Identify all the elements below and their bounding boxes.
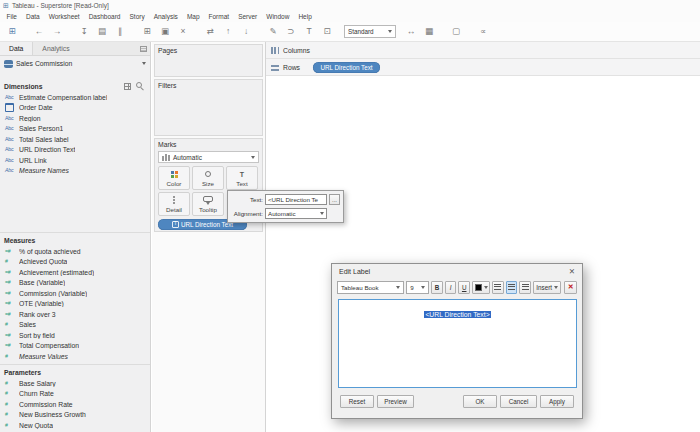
- menu-item[interactable]: Dashboard: [84, 13, 125, 20]
- menu-item[interactable]: Format: [204, 13, 234, 20]
- new-worksheet-icon[interactable]: ⊞: [140, 27, 154, 36]
- field-row[interactable]: # New Business Growth: [0, 410, 150, 421]
- pane-menu-icon[interactable]: [140, 46, 147, 52]
- pages-shelf[interactable]: Pages: [154, 44, 263, 77]
- sort-ascending-icon[interactable]: ↑: [221, 27, 235, 36]
- field-row[interactable]: =# Sort by field: [0, 330, 150, 341]
- datasource-item[interactable]: Sales Commission: [0, 56, 150, 71]
- group-members-icon[interactable]: ⊃: [284, 27, 298, 36]
- field-row[interactable]: # Churn Rate: [0, 389, 150, 400]
- duplicate-sheet-icon[interactable]: ▣: [158, 27, 172, 36]
- mark-button[interactable]: Text: [226, 166, 258, 190]
- field-row[interactable]: Abc Estimate Compensation label: [0, 92, 150, 103]
- presentation-mode-icon[interactable]: ▢: [449, 27, 463, 36]
- field-row[interactable]: Order Date: [0, 103, 150, 114]
- menu-item[interactable]: Worksheet: [44, 13, 84, 20]
- mark-button[interactable]: Size: [192, 166, 224, 190]
- align-left-button[interactable]: [492, 281, 504, 294]
- field-row[interactable]: # Base Salary: [0, 378, 150, 389]
- clear-formatting-button[interactable]: ✕: [564, 281, 576, 294]
- tableau-logo-icon[interactable]: ⊞: [5, 27, 19, 36]
- undo-icon[interactable]: ←: [32, 27, 46, 36]
- field-row[interactable]: # Measure Values: [0, 351, 150, 362]
- pause-updates-icon[interactable]: ∥: [113, 27, 127, 36]
- alignment-select[interactable]: Automatic: [265, 208, 327, 219]
- preview-button[interactable]: Preview: [377, 395, 414, 408]
- menu-item[interactable]: Window: [262, 13, 294, 20]
- label-text-editor[interactable]: <URL Direction Text>: [338, 299, 577, 388]
- dimensions-section: Dimensions Abc Estimate Compensation lab…: [0, 80, 150, 176]
- ok-button[interactable]: OK: [463, 395, 497, 408]
- field-row[interactable]: =# Commission (Variable): [0, 288, 150, 299]
- field-row[interactable]: =# % of quota achieved: [0, 246, 150, 257]
- field-row[interactable]: # Commission Rate: [0, 399, 150, 410]
- find-field-icon[interactable]: [135, 82, 144, 91]
- font-size-select[interactable]: 9: [406, 281, 429, 294]
- field-row[interactable]: # New Quota: [0, 420, 150, 431]
- sort-descending-icon[interactable]: ↓: [239, 27, 253, 36]
- pane-tab[interactable]: Data: [0, 42, 33, 55]
- reset-button[interactable]: Reset: [340, 395, 374, 408]
- field-row[interactable]: =# OTE (Variable): [0, 299, 150, 310]
- insert-button[interactable]: Insert: [533, 281, 562, 294]
- alignment-row: Alignment: Automatic: [231, 207, 340, 220]
- fix-axes-icon[interactable]: ⊡: [320, 27, 334, 36]
- show-mark-labels-icon[interactable]: T: [302, 27, 316, 36]
- menu-item[interactable]: Data: [21, 13, 44, 20]
- field-row[interactable]: Abc Measure Names: [0, 166, 150, 177]
- font-family-select[interactable]: Tableau Book: [337, 281, 404, 294]
- font-color-button[interactable]: [472, 281, 490, 294]
- columns-shelf[interactable]: Columns: [266, 42, 700, 59]
- parameters-header: Parameters: [0, 366, 150, 378]
- filters-shelf[interactable]: Filters: [154, 79, 263, 136]
- mark-button[interactable]: Tooltip: [192, 192, 224, 216]
- swap-axes-icon[interactable]: ⇄: [203, 27, 217, 36]
- filters-label: Filters: [155, 80, 262, 91]
- menu-item[interactable]: Server: [234, 13, 262, 20]
- edit-text-button[interactable]: ...: [329, 194, 340, 205]
- highlight-icon[interactable]: ✎: [266, 27, 280, 36]
- menu-item[interactable]: Story: [125, 13, 149, 20]
- cancel-button[interactable]: Cancel: [500, 395, 537, 408]
- mark-type-select[interactable]: Automatic: [158, 151, 259, 163]
- underline-button[interactable]: U: [458, 281, 470, 294]
- redo-icon[interactable]: →: [50, 27, 64, 36]
- parameter-number-icon: #: [5, 423, 17, 428]
- field-row[interactable]: Abc Sales Person1: [0, 124, 150, 135]
- pane-tab[interactable]: Analytics: [33, 42, 78, 55]
- align-right-button[interactable]: [519, 281, 531, 294]
- add-data-icon[interactable]: ▤: [95, 27, 109, 36]
- fit-width-icon[interactable]: ↔: [404, 27, 418, 36]
- save-icon[interactable]: ↧: [77, 27, 91, 36]
- text-value-input[interactable]: <URL Direction Te: [265, 194, 327, 205]
- clear-sheet-icon[interactable]: ×: [176, 27, 190, 36]
- menu-item[interactable]: File: [2, 13, 21, 20]
- rows-pill[interactable]: URL Direction Text: [313, 62, 380, 73]
- field-row[interactable]: =# Base (Variable): [0, 278, 150, 289]
- detail-icon: [173, 196, 175, 198]
- italic-button[interactable]: I: [445, 281, 457, 294]
- share-icon[interactable]: ∝: [476, 27, 490, 36]
- apply-button[interactable]: Apply: [540, 395, 574, 408]
- group-by-folder-icon[interactable]: [124, 83, 131, 90]
- field-row[interactable]: Abc Region: [0, 113, 150, 124]
- mark-button[interactable]: Color: [158, 166, 190, 190]
- close-icon[interactable]: ✕: [569, 268, 575, 276]
- fit-mode-select[interactable]: Standard: [344, 25, 396, 38]
- field-row[interactable]: Abc URL Link: [0, 155, 150, 166]
- field-row[interactable]: # Sales: [0, 320, 150, 331]
- field-row[interactable]: =# Total Compensation: [0, 341, 150, 352]
- field-row[interactable]: Abc Total Sales label: [0, 134, 150, 145]
- field-row[interactable]: =# Rank over 3: [0, 309, 150, 320]
- mark-button[interactable]: Detail: [158, 192, 190, 216]
- field-row[interactable]: # Achieved Quota: [0, 257, 150, 268]
- menu-item[interactable]: Help: [294, 13, 316, 20]
- field-row[interactable]: =# Achievement (estimated): [0, 267, 150, 278]
- menu-item[interactable]: Analysis: [149, 13, 182, 20]
- bold-button[interactable]: B: [431, 281, 443, 294]
- field-row[interactable]: Abc URL Direction Text: [0, 145, 150, 156]
- show-hide-cards-icon[interactable]: ▦: [422, 27, 436, 36]
- menu-item[interactable]: Map: [182, 13, 204, 20]
- rows-shelf[interactable]: Rows URL Direction Text: [266, 59, 700, 76]
- align-center-button[interactable]: [506, 281, 518, 294]
